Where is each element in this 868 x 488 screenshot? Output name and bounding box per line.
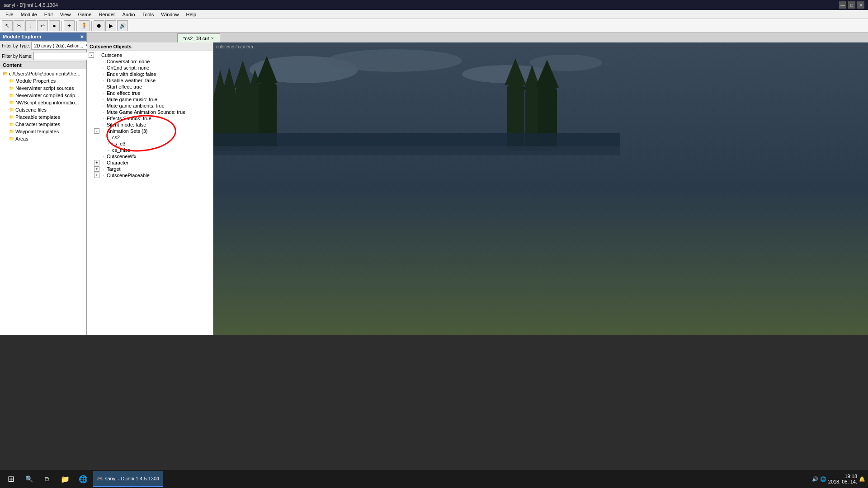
tree-panel: 📂c:\Users\Public\documents\the...📁Module… xyxy=(0,69,86,335)
menu-item-edit[interactable]: Edit xyxy=(41,11,57,18)
app-title: sanyi - D'jinni 1.4.5.1304 xyxy=(4,2,58,8)
menu-item-view[interactable]: View xyxy=(57,11,75,18)
cutscene-tree-item[interactable]: ›CutsceneWfx xyxy=(87,153,213,160)
start-button[interactable]: ⊞ xyxy=(3,471,19,487)
search-button[interactable]: 🔍 xyxy=(21,471,37,487)
tree-item-icon: › xyxy=(100,85,106,89)
cutscene-tree-item[interactable]: -Cutscene xyxy=(87,52,213,58)
taskbar-sound: 🔊 xyxy=(812,476,818,482)
filter-by-name-row: Filter by Name: xyxy=(0,51,86,61)
module-explorer: Module Explorer ✕ Filter by Type: 2D arr… xyxy=(0,33,87,335)
tree-item[interactable]: 📁Placeable templates xyxy=(0,113,86,121)
module-explorer-close[interactable]: ✕ xyxy=(80,34,84,39)
menu-item-tools[interactable]: Tools xyxy=(139,11,158,18)
tree-item[interactable]: 📂c:\Users\Public\documents\the... xyxy=(0,70,86,77)
cutscene-tree-item[interactable]: ›Mute game ambients: true xyxy=(87,103,213,109)
cutscene-item-label: Start effect: true xyxy=(107,84,142,89)
cutscene-item-label: cs_misc xyxy=(112,147,130,153)
cutscene-tree-item[interactable]: ›Ends with dialog: false xyxy=(87,71,213,77)
tree-item[interactable]: 📁Areas xyxy=(0,135,86,142)
menu-item-audio[interactable]: Audio xyxy=(118,11,138,18)
cutscene-tree-item[interactable]: ›Silent mode: false xyxy=(87,122,213,128)
cutscene-tree-item[interactable]: ›cs_e3 xyxy=(87,141,213,147)
title-bar: sanyi - D'jinni 1.4.5.1304 — □ ✕ xyxy=(0,0,868,10)
center-panel: *cs2_08.cut ✕ Cutscene Objects -Cutscene… xyxy=(87,33,868,335)
tree-expander[interactable]: + xyxy=(94,160,99,165)
tree-item[interactable]: 📁Cutscene files xyxy=(0,106,86,113)
cutscene-tree-item[interactable]: ›Mute Game Animation Sounds: true xyxy=(87,109,213,115)
tab-close[interactable]: ✕ xyxy=(211,36,214,41)
toolbar-undo[interactable]: ↩ xyxy=(37,20,48,31)
tree-item[interactable]: 📁Character templates xyxy=(0,121,86,128)
tab-cs2-cut[interactable]: *cs2_08.cut ✕ xyxy=(177,33,220,42)
tree-expander[interactable]: - xyxy=(94,128,99,134)
tree-item[interactable]: 📁Module Properties xyxy=(0,77,86,84)
menu-item-module[interactable]: Module xyxy=(17,11,41,18)
tree-item-icon: › xyxy=(100,66,106,70)
tree-item-icon: › xyxy=(106,148,111,152)
cutscene-tree-item[interactable]: ›Effects Sounds: true xyxy=(87,115,213,122)
filter-by-type-row: Filter by Type: 2D array (.2da); Action.… xyxy=(0,41,86,51)
cutscene-objects-panel: Cutscene Objects -Cutscene›Conversation:… xyxy=(87,42,213,335)
task-view-button[interactable]: ⧉ xyxy=(39,471,55,487)
menu-item-help[interactable]: Help xyxy=(182,11,200,18)
cutscene-tree-item[interactable]: -›Animation Sets (3) xyxy=(87,128,213,134)
toolbar-char[interactable]: 🧍 xyxy=(79,20,90,31)
taskbar-network: 🌐 xyxy=(820,476,826,482)
tree-item[interactable]: 📁NWScript debug informatio... xyxy=(0,99,86,106)
cutscene-tree-item[interactable]: +›Character xyxy=(87,160,213,166)
tree-item[interactable]: 📁Neverwinter compiled scrip... xyxy=(0,92,86,99)
tree-expander[interactable]: + xyxy=(94,173,99,178)
maximize-button[interactable]: □ xyxy=(848,1,855,9)
toolbar-sep3 xyxy=(91,21,92,31)
cutscene-tree-item[interactable]: ›End effect: true xyxy=(87,90,213,96)
menu-item-window[interactable]: Window xyxy=(157,11,182,18)
tree-item-icon: › xyxy=(100,104,106,108)
toolbar-select[interactable]: ✂ xyxy=(14,20,24,31)
cutscene-tree-item[interactable]: ›cs_misc xyxy=(87,147,213,153)
close-button[interactable]: ✕ xyxy=(857,1,864,9)
module-explorer-header: Module Explorer ✕ xyxy=(0,33,86,41)
cutscene-tree-item[interactable]: ›OnEnd script: none xyxy=(87,65,213,71)
tree-expander[interactable]: - xyxy=(89,52,94,58)
toolbar-move[interactable]: ↕ xyxy=(25,20,36,31)
notification-area: 🔔 xyxy=(859,476,865,482)
toolbar-audio[interactable]: 🔊 xyxy=(117,20,128,31)
filter-type-select[interactable]: 2D array (.2da); Action... xyxy=(31,42,92,50)
cutscene-tree-item[interactable]: ›Start effect: true xyxy=(87,84,213,90)
cutscene-tree-item[interactable]: +›Target xyxy=(87,166,213,172)
menu-item-render[interactable]: Render xyxy=(95,11,118,18)
toolbar-cursor[interactable]: ↖ xyxy=(2,20,13,31)
tree-item-label: NWScript debug informatio... xyxy=(15,100,79,105)
cutscene-tree-item[interactable]: ›Disable weather: false xyxy=(87,77,213,84)
djinni-taskbar-app[interactable]: 🎮 sanyi - D'jinni 1.4.5.1304 xyxy=(93,471,163,487)
cutscene-item-label: OnEnd script: none xyxy=(107,65,149,70)
cutscene-item-label: Disable weather: false xyxy=(107,78,156,83)
cutscene-tree-item[interactable]: ›Mute game music: true xyxy=(87,96,213,103)
tree-item-label: Placeable templates xyxy=(15,114,60,120)
viewport-scene: cutscene / camera xyxy=(213,42,868,335)
tree-item[interactable]: 📁Neverwinter script sources xyxy=(0,84,86,92)
toolbar-play[interactable]: ▶ xyxy=(105,20,116,31)
cutscene-tree-item[interactable]: ›cs2 xyxy=(87,134,213,141)
cutscene-tree-item[interactable]: ›Conversation: none xyxy=(87,58,213,65)
folder-icon: 📁 xyxy=(8,85,14,91)
toolbar: ↖ ✂ ↕ ↩ ● ✦ 🧍 ⏺ ▶ 🔊 xyxy=(0,19,868,33)
file-explorer-taskbar[interactable]: 📁 xyxy=(57,471,73,487)
tree-expander[interactable]: + xyxy=(94,166,99,172)
filter-name-label: Filter by Name: xyxy=(2,54,33,59)
cutscene-tree-item[interactable]: +›CutscenePlaceable xyxy=(87,172,213,178)
filter-name-input[interactable] xyxy=(33,52,94,60)
minimize-button[interactable]: — xyxy=(839,1,846,9)
toolbar-cross[interactable]: ✦ xyxy=(64,20,75,31)
toolbar-record[interactable]: ⏺ xyxy=(94,20,104,31)
main-layout: Module Explorer ✕ Filter by Type: 2D arr… xyxy=(0,33,868,479)
chrome-taskbar[interactable]: 🌐 xyxy=(75,471,91,487)
cutscene-item-label: cs_e3 xyxy=(112,141,125,146)
cutscene-item-label: End effect: true xyxy=(107,90,140,96)
toolbar-sphere[interactable]: ● xyxy=(49,20,60,31)
menu-item-game[interactable]: Game xyxy=(74,11,95,18)
menu-item-file[interactable]: File xyxy=(2,11,17,18)
tree-item-icon: › xyxy=(100,129,106,133)
tree-item[interactable]: 📁Waypoint templates xyxy=(0,128,86,135)
